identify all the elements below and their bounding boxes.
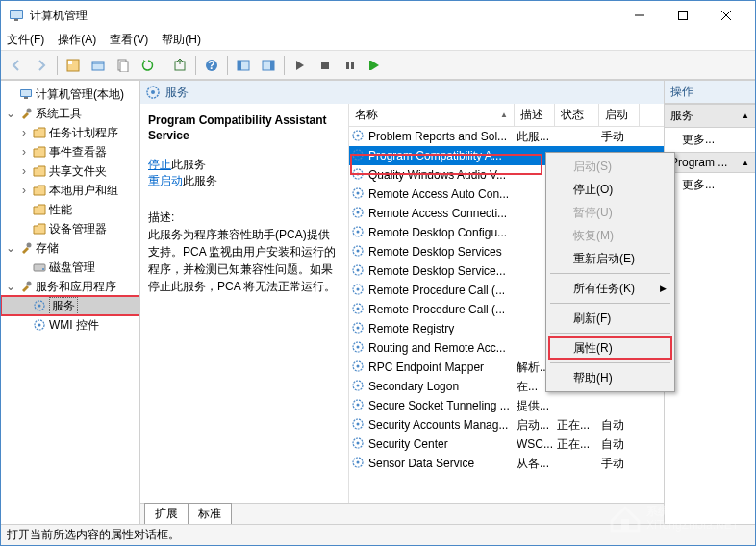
gear-icon [351,263,366,279]
svg-rect-19 [270,61,274,70]
svg-rect-8 [68,61,72,64]
refresh-icon[interactable] [137,54,160,77]
col-desc[interactable]: 描述 [515,104,555,126]
stop-icon[interactable] [314,54,337,77]
nav-back-button[interactable] [5,54,28,77]
svg-point-49 [357,231,360,234]
menu-action[interactable]: 操作(A) [58,32,96,48]
tb-btn-panel2[interactable] [257,54,280,77]
help-icon[interactable]: ? [200,54,223,77]
context-menu-item[interactable]: 帮助(H) [548,366,672,389]
desc-label: 描述: [148,209,340,226]
window-title: 计算机管理 [30,8,617,24]
service-name-cell: Secondary Logon [368,380,459,393]
col-name[interactable]: 名称▲ [349,104,515,126]
tree-label: 性能 [49,202,72,218]
pause-icon[interactable] [339,54,362,77]
actions-item[interactable]: 更多... [665,173,755,197]
actions-item[interactable]: 更多... [665,128,755,152]
gear-icon [351,129,366,144]
tree-item[interactable]: ⌄存储 [1,238,139,258]
service-name-cell: Routing and Remote Acc... [368,341,506,355]
tb-btn-3[interactable] [112,54,135,77]
menu-view[interactable]: 查看(V) [110,32,148,48]
actions-group-header[interactable]: 服务▲ [665,104,755,128]
menu-separator [550,303,670,304]
service-row[interactable]: Secure Socket Tunneling ... 提供... [349,396,664,415]
nav-fwd-button[interactable] [30,54,53,77]
expander-icon[interactable]: › [18,164,30,178]
svg-point-39 [357,135,360,137]
svg-point-55 [357,288,360,291]
expander-icon[interactable]: › [18,145,30,159]
tree-item[interactable]: 计算机管理(本地) [1,85,139,104]
tab-standard[interactable]: 标准 [188,503,232,524]
tree-item[interactable]: 性能 [1,200,139,219]
tb-btn-1[interactable] [62,54,85,77]
expander-icon[interactable]: ⌄ [5,241,16,255]
tree-label: 磁盘管理 [49,260,95,276]
col-start[interactable]: 启动 [599,104,640,126]
service-row[interactable]: Sensor Data Service 从各... 手动 [349,454,664,473]
context-menu-item[interactable]: 重新启动(E) [548,247,672,270]
tb-btn-2[interactable] [87,54,110,77]
cm-label: 所有任务(K) [573,281,635,297]
gear-icon [351,302,366,317]
tree-item[interactable]: ⌄服务和应用程序 [1,277,139,296]
play-icon[interactable] [289,54,312,77]
context-menu-item[interactable]: 停止(O) [548,178,672,201]
tree-item[interactable]: ›本地用户和组 [1,181,139,200]
close-button[interactable] [704,2,747,29]
tree-item[interactable]: 服务 [1,296,139,315]
node-icon [32,260,47,275]
export-icon[interactable] [168,54,191,77]
restart-icon[interactable] [364,54,387,77]
service-row[interactable]: Security Accounts Manag... 启动... 正在... 自… [349,415,664,434]
svg-rect-17 [238,61,241,70]
actions-pane: 操作 服务▲更多...Program ...▲更多... [664,81,755,524]
expander-icon[interactable]: › [18,184,30,197]
maximize-button[interactable] [661,2,704,29]
mid-header: 服务 [140,81,664,104]
col-status[interactable]: 状态 [555,104,599,126]
expander-icon[interactable]: ⌄ [5,107,16,120]
tree-item[interactable]: ⌄系统工具 [1,104,139,123]
tree-label: 服务 [49,297,78,315]
stop-service-link[interactable]: 停止 [148,158,171,171]
node-icon [18,87,34,102]
cm-label: 停止(O) [573,182,613,198]
context-menu-item[interactable]: 所有任务(K)▶ [548,277,672,300]
svg-rect-23 [369,61,371,70]
tree-item[interactable]: 磁盘管理 [1,258,139,277]
menu-file[interactable]: 文件(F) [7,32,44,48]
tree-item[interactable]: WMI 控件 [1,315,139,335]
tree-item[interactable]: ›任务计划程序 [1,123,139,142]
tree-label: 存储 [36,240,59,257]
menu-help[interactable]: 帮助(H) [162,32,201,48]
service-start-cell: 自动 [599,417,640,434]
service-name-cell: Remote Desktop Configu... [368,226,507,239]
cm-label: 恢复(M) [573,228,614,244]
context-menu[interactable]: 启动(S)停止(O)暂停(U)恢复(M)重新启动(E)所有任务(K)▶刷新(F)… [545,152,675,392]
restart-service-link[interactable]: 重启动 [148,174,183,187]
list-header: 名称▲ 描述 状态 启动 [349,104,664,127]
actions-body: 服务▲更多...Program ...▲更多... [665,104,755,524]
service-row[interactable]: Problem Reports and Sol... 此服... 手动 [349,127,664,146]
actions-group-header[interactable]: Program ...▲ [665,152,755,173]
tree-item[interactable]: 设备管理器 [1,219,139,238]
svg-rect-4 [678,12,687,20]
service-row[interactable]: Security Center WSC... 正在... 自动 [349,434,664,454]
expander-icon[interactable]: › [18,126,30,139]
tree-item[interactable]: ›事件查看器 [1,142,139,161]
collapse-icon: ▲ [742,159,749,167]
cm-label: 刷新(F) [573,310,611,327]
tree-pane[interactable]: 计算机管理(本地)⌄系统工具›任务计划程序›事件查看器›共享文件夹›本地用户和组… [1,81,140,524]
minimize-button[interactable] [617,2,661,29]
menu-separator [550,362,670,363]
tree-item[interactable]: ›共享文件夹 [1,161,139,181]
context-menu-item[interactable]: 刷新(F) [548,307,672,330]
tb-btn-panel1[interactable] [232,54,255,77]
context-menu-item[interactable]: 属性(R) [548,336,672,360]
expander-icon[interactable]: ⌄ [5,280,16,293]
tab-extended[interactable]: 扩展 [144,503,189,524]
